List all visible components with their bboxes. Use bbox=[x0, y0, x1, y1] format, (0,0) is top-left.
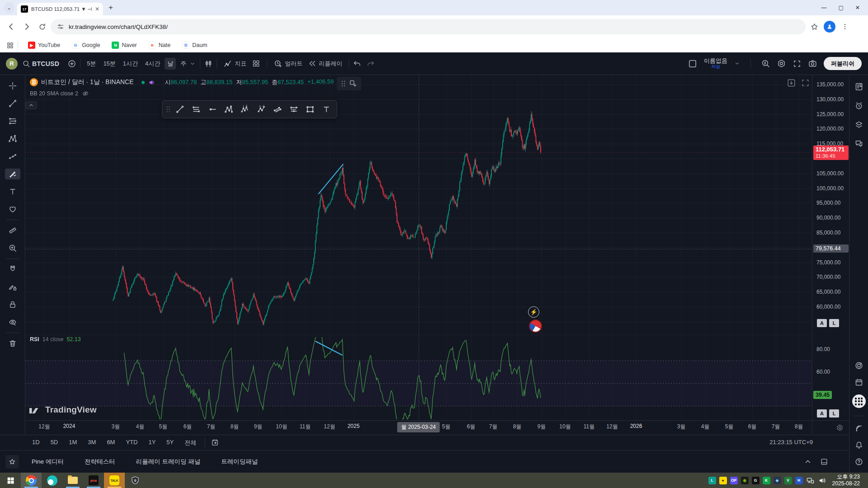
tray-cube[interactable]: ◆ bbox=[774, 477, 781, 484]
maximize-pane-icon[interactable] bbox=[801, 78, 810, 88]
profile-avatar[interactable] bbox=[823, 20, 836, 33]
parallel-channel-icon[interactable] bbox=[270, 102, 285, 117]
watchlist-icon[interactable] bbox=[854, 82, 863, 91]
bookmark-naver[interactable]: NNaver bbox=[109, 41, 139, 50]
window-minimize-button[interactable]: — bbox=[821, 5, 827, 11]
expand-panel-icon[interactable] bbox=[820, 458, 828, 466]
trash-tool-icon[interactable] bbox=[5, 338, 20, 349]
interval-4시간[interactable]: 4시간 bbox=[142, 58, 163, 70]
lock-tool-icon[interactable] bbox=[5, 299, 20, 310]
fullscreen-icon[interactable] bbox=[793, 59, 802, 68]
layout-select-icon[interactable] bbox=[688, 59, 698, 69]
range-5D[interactable]: 5D bbox=[47, 437, 61, 448]
price-chart-canvas[interactable] bbox=[25, 75, 812, 420]
indicator-legend[interactable]: BB 20 SMA close 2 bbox=[30, 90, 89, 97]
zoom-in-tool-icon[interactable] bbox=[5, 243, 20, 253]
user-avatar[interactable]: R bbox=[6, 58, 18, 70]
taskbar-kakaotalk[interactable]: TALK bbox=[104, 473, 125, 488]
drag-handle-icon[interactable] bbox=[341, 80, 345, 87]
brush-tool-icon[interactable] bbox=[5, 169, 20, 179]
favorites-star-button[interactable] bbox=[5, 455, 19, 469]
redo-icon[interactable] bbox=[366, 59, 375, 68]
forecast-tool-icon[interactable] bbox=[5, 151, 20, 162]
new-pane-icon[interactable] bbox=[349, 80, 357, 88]
forward-icon[interactable] bbox=[20, 20, 33, 33]
flat-channel-icon[interactable] bbox=[286, 102, 302, 117]
fib-lines-tool-icon[interactable] bbox=[5, 116, 20, 127]
reload-icon[interactable] bbox=[35, 20, 49, 33]
alert-button[interactable]: 얼러트 bbox=[271, 57, 305, 70]
auto-scale-button[interactable]: A bbox=[817, 319, 827, 327]
replay-button[interactable]: 리플레이 bbox=[305, 57, 345, 70]
chat-icon[interactable] bbox=[854, 139, 863, 148]
alerts-icon[interactable] bbox=[854, 101, 863, 110]
symbol-description[interactable]: 비트코인 / 달러 · 1날 · BINANCE bbox=[41, 78, 134, 86]
panel-tab[interactable]: 전략테스터 bbox=[85, 458, 115, 466]
community-apps-icon[interactable] bbox=[852, 394, 866, 408]
magnet-tool-icon[interactable] bbox=[5, 264, 20, 275]
price-scale[interactable]: 112,053.71 11:36:45 79,576.44 39.45 A L … bbox=[812, 75, 849, 420]
fib-retracement-icon[interactable] bbox=[189, 102, 204, 117]
tray-logitech[interactable]: G bbox=[752, 477, 760, 484]
trend-line-tool-icon[interactable] bbox=[5, 98, 20, 109]
sticker-badge[interactable] bbox=[529, 319, 542, 333]
settings-gear-icon[interactable] bbox=[777, 59, 786, 68]
object-tree-icon[interactable] bbox=[854, 120, 863, 129]
drag-handle-icon[interactable] bbox=[165, 102, 171, 117]
calendar-icon[interactable] bbox=[854, 378, 863, 387]
abc-correction-icon[interactable]: AC bbox=[254, 102, 269, 117]
browser-menu-icon[interactable] bbox=[838, 20, 852, 33]
axis-settings-gear-icon[interactable] bbox=[836, 424, 844, 432]
indicators-button[interactable]: 지표 bbox=[221, 57, 249, 70]
site-info-icon[interactable] bbox=[57, 23, 64, 30]
panel-tab[interactable]: 리플레이 트레이딩 패널 bbox=[136, 458, 201, 466]
range-5Y[interactable]: 5Y bbox=[163, 437, 177, 448]
panel-tab[interactable]: 트레이딩패널 bbox=[221, 458, 258, 466]
taskbar-chrome[interactable] bbox=[21, 473, 42, 488]
tray-nvidia[interactable]: ◉ bbox=[741, 477, 749, 484]
eye-off-icon[interactable] bbox=[82, 90, 89, 97]
interval-1시간[interactable]: 1시간 bbox=[120, 58, 141, 70]
back-icon[interactable] bbox=[5, 20, 18, 33]
megaphone-icon[interactable] bbox=[148, 79, 156, 86]
network-icon[interactable] bbox=[806, 476, 815, 485]
crosshair-tool-icon[interactable] bbox=[5, 80, 20, 91]
bookmark-youtube[interactable]: ▶YouTube bbox=[25, 41, 63, 50]
pane-control[interactable] bbox=[337, 77, 361, 90]
tray-v3[interactable]: V bbox=[784, 477, 792, 484]
xabcd-pattern-tool-icon[interactable] bbox=[5, 133, 20, 144]
taskbar-whale[interactable] bbox=[42, 473, 62, 488]
rectangle-icon[interactable] bbox=[302, 102, 318, 117]
save-label[interactable]: 저장 bbox=[711, 64, 720, 70]
symbol-search-icon[interactable] bbox=[22, 60, 30, 68]
interval-chevron-icon[interactable] bbox=[189, 60, 196, 67]
tab-close-icon[interactable]: ✕ bbox=[95, 6, 99, 12]
taskbar-clock[interactable]: 오후 9:23 2025-08-22 bbox=[830, 474, 864, 487]
scroll-to-recent-icon[interactable] bbox=[787, 78, 796, 88]
browser-tab[interactable]: 17 BTCUSD 112,053.71 ▼ −0.36% ✕ bbox=[17, 3, 103, 15]
window-close-button[interactable]: ✕ bbox=[855, 5, 860, 11]
notifications-icon[interactable] bbox=[854, 441, 863, 450]
range-3M[interactable]: 3M bbox=[85, 437, 99, 448]
pane-divider[interactable] bbox=[25, 335, 812, 335]
tray-kick[interactable]: K bbox=[763, 477, 770, 484]
range-6M[interactable]: 6M bbox=[104, 437, 118, 448]
ruler-tool-icon[interactable] bbox=[5, 225, 20, 236]
interval-주[interactable]: 주 bbox=[178, 58, 189, 70]
address-bar[interactable]: kr.tradingview.com/chart/QLdXFK38/ bbox=[51, 19, 806, 34]
hide-drawings-tool-icon[interactable] bbox=[5, 317, 20, 328]
help-icon[interactable] bbox=[854, 457, 863, 466]
drawing-lock-tool-icon[interactable] bbox=[5, 282, 20, 292]
text-tool-icon[interactable] bbox=[319, 102, 334, 117]
rsi-legend[interactable]: RSI 14 close 52.13 bbox=[30, 336, 81, 343]
layout-chevron-icon[interactable] bbox=[734, 60, 741, 67]
screenshot-camera-icon[interactable] bbox=[808, 59, 817, 68]
screener-icon[interactable] bbox=[854, 361, 863, 370]
bookmark-nate[interactable]: nNate bbox=[146, 41, 173, 50]
range-YTD[interactable]: YTD bbox=[123, 437, 141, 448]
panel-tab[interactable]: Pine 에디터 bbox=[32, 458, 64, 466]
indicator-templates-icon[interactable] bbox=[249, 57, 263, 70]
quick-search-icon[interactable] bbox=[761, 59, 770, 68]
apps-grid-icon[interactable] bbox=[6, 42, 14, 49]
tray-opgg[interactable]: OP bbox=[730, 477, 738, 484]
